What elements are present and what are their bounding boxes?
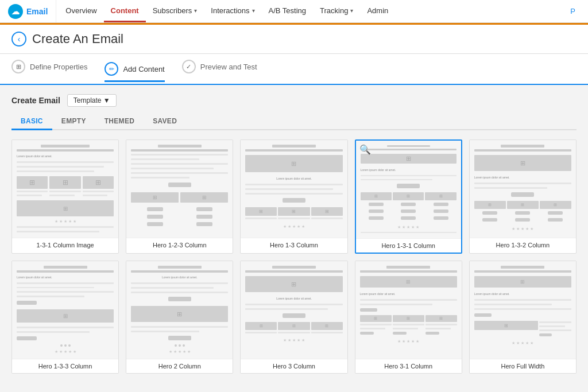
template-preview-6: Lorem ipsum dolor sit amet. ⊞ ★★★★★ <box>12 261 118 359</box>
template-card-6[interactable]: Lorem ipsum dolor sit amet. ⊞ ★★★★★ <box>11 261 119 374</box>
zoom-icon: 🔍 <box>359 144 371 155</box>
nav-interactions[interactable]: Interactions ▾ <box>204 0 261 22</box>
nav-content[interactable]: Content <box>104 0 146 22</box>
nav-overview[interactable]: Overview <box>59 0 103 22</box>
create-email-header: Create Email Template ▼ <box>11 94 577 107</box>
template-card-4[interactable]: 🔍 ⊞ Lorem ipsum dolor sit amet. ⊞ <box>355 139 462 254</box>
template-card-3[interactable]: ⊞ Lorem ipsum dolor sit amet. ⊞ ⊞ <box>240 139 347 254</box>
wizard-step-add-content[interactable]: ✏ Add Content <box>105 62 164 82</box>
template-grid: Lorem ipsum dolor sit amet. ⊞ ⊞ <box>11 139 577 374</box>
back-button[interactable]: ‹ <box>11 32 26 46</box>
nav-admin[interactable]: Admin <box>360 0 395 22</box>
sub-tabs: BASIC EMPTY THEMED SAVED <box>11 114 577 130</box>
template-preview-1: Lorem ipsum dolor sit amet. ⊞ ⊞ <box>12 140 118 238</box>
template-card-5[interactable]: ⊞ Lorem ipsum dolor sit amet. ⊞ ⊞ <box>469 139 577 254</box>
template-dropdown-button[interactable]: Template ▼ <box>67 94 117 107</box>
define-properties-icon: ⊞ <box>11 60 25 73</box>
create-email-label: Create Email <box>11 96 60 105</box>
template-name-10: Hero Full Width <box>470 359 576 373</box>
wizard-steps: ⊞ Define Properties ✏ Add Content ✓ Prev… <box>0 54 588 85</box>
define-properties-label: Define Properties <box>30 63 87 71</box>
template-name-5: Hero 1-3-2 Column <box>470 238 576 252</box>
nav-ab-testing[interactable]: A/B Testing <box>262 0 314 22</box>
template-card-1[interactable]: Lorem ipsum dolor sit amet. ⊞ ⊞ <box>11 139 119 254</box>
template-name-2: Hero 1-2-3 Column <box>126 238 233 252</box>
wizard-step-define-properties[interactable]: ⊞ Define Properties <box>11 60 87 78</box>
nav-subscribers[interactable]: Subscribers ▾ <box>146 0 204 22</box>
template-preview-10: ⊞ Lorem ipsum dolor sit amet. ⊞ <box>470 261 576 359</box>
add-content-icon: ✏ <box>105 62 118 76</box>
chevron-down-icon: ▾ <box>350 7 353 14</box>
template-name-1: 1-3-1 Column Image <box>12 238 118 252</box>
sub-tab-themed[interactable]: THEMED <box>95 114 144 130</box>
template-name-9: Hero 3-1 Column <box>355 359 462 373</box>
template-card-2[interactable]: ⊞ ⊞ <box>126 139 233 254</box>
template-name-6: Hero 1-3-3 Column <box>12 359 118 373</box>
template-card-7[interactable]: Lorem ipsum dolor sit amet. ⊞ ★★★★★ <box>126 261 233 374</box>
template-card-8[interactable]: ⊞ Lorem ipsum dolor sit amet. ⊞ ⊞ <box>240 261 347 374</box>
back-arrow-icon: ‹ <box>18 34 21 44</box>
content-area: Create Email Template ▼ BASIC EMPTY THEM… <box>0 85 588 383</box>
template-preview-5: ⊞ Lorem ipsum dolor sit amet. ⊞ ⊞ <box>470 140 576 238</box>
nav-right-user[interactable]: P <box>563 0 582 22</box>
wizard-step-preview-test[interactable]: ✓ Preview and Test <box>182 60 257 78</box>
page-header: ‹ Create An Email <box>0 25 588 54</box>
salesforce-icon: ☁ <box>8 4 23 19</box>
sub-tab-basic[interactable]: BASIC <box>11 114 52 130</box>
template-preview-4: 🔍 ⊞ Lorem ipsum dolor sit amet. ⊞ <box>356 141 461 238</box>
preview-test-label: Preview and Test <box>200 63 257 71</box>
page-title: Create An Email <box>32 32 123 46</box>
brand-label: Email <box>26 7 48 16</box>
template-preview-7: Lorem ipsum dolor sit amet. ⊞ ★★★★★ <box>126 261 233 359</box>
template-preview-2: ⊞ ⊞ <box>126 140 233 238</box>
sub-tab-empty[interactable]: EMPTY <box>52 114 95 130</box>
template-card-10[interactable]: ⊞ Lorem ipsum dolor sit amet. ⊞ <box>469 261 577 374</box>
sub-tab-saved[interactable]: SAVED <box>144 114 186 130</box>
template-preview-3: ⊞ Lorem ipsum dolor sit amet. ⊞ ⊞ <box>241 140 347 238</box>
template-card-9[interactable]: ⊞ Lorem ipsum dolor sit amet. ⊞ ⊞ <box>355 261 462 374</box>
chevron-down-icon: ▾ <box>252 7 255 14</box>
brand-logo[interactable]: ☁ Email <box>6 0 56 22</box>
preview-test-icon: ✓ <box>182 60 196 73</box>
template-preview-8: ⊞ Lorem ipsum dolor sit amet. ⊞ ⊞ <box>241 261 347 359</box>
template-name-4: Hero 1-3-1 Column <box>356 238 461 253</box>
add-content-label: Add Content <box>123 65 164 73</box>
template-name-8: Hero 3 Column <box>241 359 347 373</box>
template-name-3: Hero 1-3 Column <box>241 238 347 252</box>
top-navigation: ☁ Email Overview Content Subscribers ▾ I… <box>0 0 588 23</box>
chevron-down-icon: ▾ <box>194 7 197 14</box>
template-preview-9: ⊞ Lorem ipsum dolor sit amet. ⊞ ⊞ <box>355 261 462 359</box>
nav-tracking[interactable]: Tracking ▾ <box>313 0 360 22</box>
template-name-7: Hero 2 Column <box>126 359 233 373</box>
